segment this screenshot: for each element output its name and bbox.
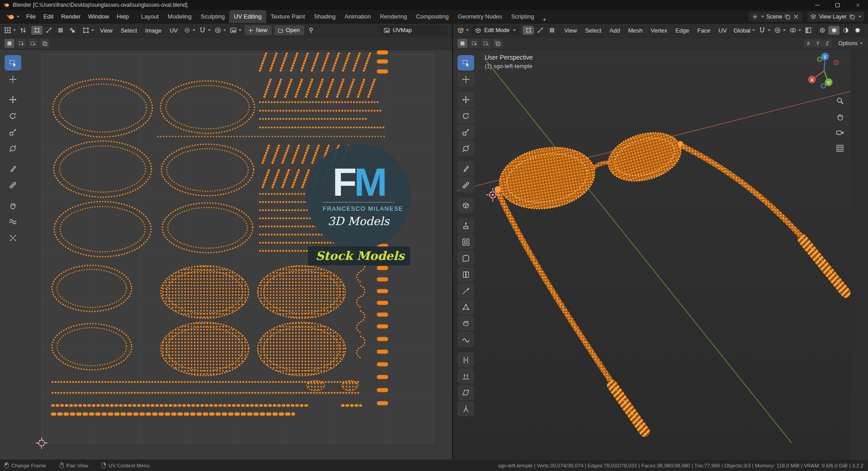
vp-tool-annotate-button[interactable]	[458, 161, 474, 176]
uv-select-island-button[interactable]	[66, 26, 78, 35]
vp-tool-select-box-button[interactable]	[458, 55, 474, 71]
uv-select-mode-set-button[interactable]	[5, 39, 14, 48]
vp-pan-icon[interactable]	[834, 111, 846, 122]
menu-help[interactable]: Help	[113, 11, 132, 22]
toggle-xray-button[interactable]	[803, 26, 813, 35]
uv-tool-measure-button[interactable]	[5, 177, 21, 193]
vp-tool-add-cube-button[interactable]	[458, 198, 474, 213]
vp-toggle-ortho-icon[interactable]	[834, 142, 846, 154]
viewport-menu-uv[interactable]: UV	[715, 25, 730, 36]
uv-menu-uv[interactable]: UV	[166, 25, 181, 36]
mirror-z-button[interactable]: Z	[823, 39, 832, 47]
shading-solid-button[interactable]	[828, 26, 840, 35]
blender-menu-button[interactable]	[4, 13, 22, 21]
uv-menu-image[interactable]: Image	[142, 25, 165, 36]
workspace-tab-compositing[interactable]: Compositing	[411, 10, 453, 23]
uv-select-face-button[interactable]	[55, 26, 66, 35]
workspace-tab-rendering[interactable]: Rendering	[375, 10, 411, 23]
uv-menu-view[interactable]: View	[96, 25, 116, 36]
uv-tool-cursor-button[interactable]	[5, 71, 21, 87]
vp-select-mode-set-button[interactable]	[458, 39, 467, 48]
vp-tool-edge-slide-button[interactable]	[458, 352, 474, 367]
uv-sticky-select-dropdown[interactable]	[81, 26, 95, 35]
workspace-tab-shading[interactable]: Shading	[310, 10, 340, 23]
shading-material-button[interactable]	[840, 26, 851, 35]
uv-image-settings-dropdown[interactable]	[228, 26, 243, 35]
uv-tool-grab-button[interactable]	[5, 198, 21, 213]
vp-tool-move-button[interactable]	[458, 92, 474, 107]
gizmo-z-handle[interactable]: Z	[821, 53, 829, 61]
viewport-menu-edge[interactable]: Edge	[672, 25, 693, 36]
menu-window[interactable]: Window	[85, 11, 113, 22]
gizmo-x-handle[interactable]: X	[808, 76, 816, 84]
uv-pivot-dropdown[interactable]	[182, 26, 197, 35]
workspace-tab-uv-editing[interactable]: UV Editing	[229, 10, 266, 23]
vp-tool-scale-button[interactable]	[458, 124, 474, 140]
uv-canvas-area[interactable]: FM FRANCESCO MILANESE 3D Models Stock Mo…	[0, 50, 452, 459]
mirror-y-button[interactable]: Y	[813, 39, 822, 47]
navigation-gizmo[interactable]: X Y Z	[804, 51, 844, 91]
tool-options-dropdown[interactable]: Options	[838, 40, 863, 47]
uv-editor-type-button[interactable]	[3, 26, 17, 35]
menu-file[interactable]: File	[23, 11, 39, 22]
vp-camera-view-icon[interactable]	[834, 127, 846, 138]
view-layer-selector[interactable]: View Layer	[807, 12, 864, 22]
maximize-button[interactable]	[827, 0, 848, 10]
vp-tool-inset-button[interactable]	[458, 234, 474, 250]
close-button[interactable]	[848, 0, 868, 10]
viewport-menu-mesh[interactable]: Mesh	[624, 25, 646, 36]
uv-tool-rotate-button[interactable]	[5, 108, 21, 123]
gizmo-minus-y-handle[interactable]	[817, 57, 822, 61]
unlink-scene-icon[interactable]	[793, 14, 799, 20]
viewport-scene[interactable]	[453, 50, 850, 459]
vp-tool-rip-region-button[interactable]	[458, 401, 474, 416]
open-image-button[interactable]: Open	[274, 25, 304, 35]
vp-select-mode-subtract-button[interactable]	[481, 39, 491, 48]
workspace-tab-scripting[interactable]: Scripting	[507, 10, 539, 23]
vp-tool-loop-cut-button[interactable]	[458, 267, 474, 282]
select-edge-button[interactable]	[534, 26, 546, 35]
snapping-dropdown[interactable]	[757, 26, 772, 35]
viewport-canvas-area[interactable]: User Perspective (1) sgo-left-temple	[453, 50, 868, 459]
viewport-menu-view[interactable]: View	[561, 25, 580, 36]
workspace-tab-animation[interactable]: Animation	[340, 10, 375, 23]
overlays-dropdown[interactable]	[788, 26, 802, 35]
uv-tool-select-box-button[interactable]	[5, 55, 21, 71]
vp-tool-poly-build-button[interactable]	[458, 299, 474, 315]
scene-selector[interactable]: Scene	[749, 12, 802, 22]
vp-tool-shrink-flatten-button[interactable]	[458, 368, 474, 384]
viewport-menu-add[interactable]: Add	[606, 25, 623, 36]
workspace-tab-texture-paint[interactable]: Texture Paint	[266, 10, 310, 23]
shading-wireframe-button[interactable]	[816, 26, 828, 35]
uv-select-mode-subtract-button[interactable]	[28, 39, 38, 48]
add-workspace-button[interactable]: +	[538, 16, 550, 23]
new-image-button[interactable]: New	[245, 25, 272, 35]
vp-zoom-icon[interactable]	[834, 95, 846, 107]
uv-tool-annotate-button[interactable]	[5, 161, 21, 176]
vp-tool-knife-button[interactable]	[458, 283, 474, 298]
menu-edit[interactable]: Edit	[40, 11, 57, 22]
vp-tool-cursor-button[interactable]	[458, 71, 474, 87]
vp-select-mode-extend-button[interactable]	[469, 39, 479, 48]
uv-snapping-dropdown[interactable]	[198, 26, 212, 35]
uv-menu-select[interactable]: Select	[117, 25, 141, 36]
shading-rendered-button[interactable]	[852, 26, 863, 35]
new-view-layer-icon[interactable]	[849, 14, 855, 20]
uv-select-edge-button[interactable]	[43, 26, 54, 35]
uv-map-selector[interactable]: UVMap	[380, 25, 448, 35]
pin-image-button[interactable]	[306, 26, 316, 35]
viewport-menu-select[interactable]: Select	[581, 25, 605, 36]
viewport-editor-type-button[interactable]	[456, 26, 470, 35]
uv-pan-icon[interactable]	[449, 71, 452, 83]
vp-tool-smooth-button[interactable]	[458, 332, 474, 347]
uv-tool-pinch-button[interactable]	[5, 230, 21, 245]
gizmo-minus-z-handle[interactable]	[821, 84, 826, 88]
viewport-menu-face[interactable]: Face	[693, 25, 714, 36]
mirror-x-button[interactable]: X	[804, 39, 813, 47]
uv-select-mode-extend-button[interactable]	[16, 39, 26, 48]
select-face-button[interactable]	[546, 26, 557, 35]
uv-proportional-editing-dropdown[interactable]	[213, 26, 227, 35]
workspace-tab-geometry-nodes[interactable]: Geometry Nodes	[453, 10, 506, 23]
vp-tool-spin-button[interactable]	[458, 316, 474, 331]
gizmo-minus-x-handle[interactable]	[834, 60, 839, 65]
